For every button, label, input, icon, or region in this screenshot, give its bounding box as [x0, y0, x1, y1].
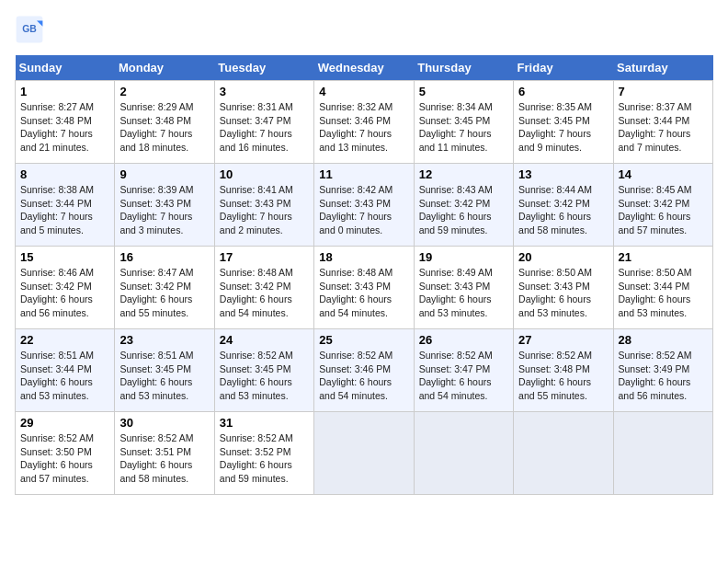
cell-sun-info: Sunrise: 8:51 AMSunset: 3:45 PMDaylight:… — [119, 349, 209, 403]
calendar-cell — [514, 412, 613, 495]
cell-sun-info: Sunrise: 8:49 AMSunset: 3:43 PMDaylight:… — [419, 266, 508, 320]
day-number: 15 — [20, 250, 109, 264]
day-number: 13 — [518, 167, 608, 181]
cell-sun-info: Sunrise: 8:46 AMSunset: 3:42 PMDaylight:… — [20, 266, 109, 320]
calendar-cell: 23Sunrise: 8:51 AMSunset: 3:45 PMDayligh… — [115, 329, 214, 412]
day-number: 6 — [518, 85, 608, 98]
day-number: 16 — [119, 250, 209, 264]
day-number: 22 — [20, 333, 109, 347]
day-number: 31 — [220, 416, 309, 430]
day-number: 28 — [619, 333, 708, 347]
calendar-cell: 6Sunrise: 8:35 AMSunset: 3:45 PMDaylight… — [514, 81, 613, 164]
cell-sun-info: Sunrise: 8:47 AMSunset: 3:42 PMDaylight:… — [119, 266, 209, 320]
calendar-cell: 10Sunrise: 8:41 AMSunset: 3:43 PMDayligh… — [214, 164, 313, 247]
calendar-week-2: 8Sunrise: 8:38 AMSunset: 3:44 PMDaylight… — [16, 164, 713, 247]
calendar-cell: 17Sunrise: 8:48 AMSunset: 3:42 PMDayligh… — [214, 247, 313, 329]
calendar-cell — [414, 412, 513, 495]
day-number: 2 — [119, 85, 209, 98]
calendar-cell: 1Sunrise: 8:27 AMSunset: 3:48 PMDaylight… — [16, 81, 115, 164]
day-header-sunday: Sunday — [16, 55, 115, 81]
day-number: 25 — [319, 333, 408, 347]
cell-sun-info: Sunrise: 8:51 AMSunset: 3:44 PMDaylight:… — [20, 349, 109, 403]
cell-sun-info: Sunrise: 8:52 AMSunset: 3:50 PMDaylight:… — [20, 431, 109, 486]
calendar-cell: 5Sunrise: 8:34 AMSunset: 3:45 PMDaylight… — [414, 81, 513, 164]
cell-sun-info: Sunrise: 8:43 AMSunset: 3:42 PMDaylight:… — [419, 183, 508, 237]
day-number: 3 — [220, 85, 309, 98]
calendar-cell: 27Sunrise: 8:52 AMSunset: 3:48 PMDayligh… — [514, 329, 613, 412]
cell-sun-info: Sunrise: 8:32 AMSunset: 3:46 PMDaylight:… — [319, 100, 408, 155]
calendar-cell: 20Sunrise: 8:50 AMSunset: 3:43 PMDayligh… — [514, 247, 613, 329]
day-number: 30 — [119, 416, 209, 430]
cell-sun-info: Sunrise: 8:39 AMSunset: 3:43 PMDaylight:… — [119, 183, 209, 237]
calendar-cell: 22Sunrise: 8:51 AMSunset: 3:44 PMDayligh… — [16, 329, 115, 412]
day-header-monday: Monday — [115, 55, 214, 81]
calendar-cell: 24Sunrise: 8:52 AMSunset: 3:45 PMDayligh… — [214, 329, 313, 412]
calendar-cell: 30Sunrise: 8:52 AMSunset: 3:51 PMDayligh… — [115, 412, 214, 495]
day-number: 19 — [419, 250, 508, 264]
cell-sun-info: Sunrise: 8:48 AMSunset: 3:42 PMDaylight:… — [220, 266, 309, 320]
calendar-header-row: SundayMondayTuesdayWednesdayThursdayFrid… — [16, 55, 713, 81]
calendar-cell: 7Sunrise: 8:37 AMSunset: 3:44 PMDaylight… — [613, 81, 712, 164]
day-number: 14 — [619, 167, 708, 181]
day-header-saturday: Saturday — [613, 55, 712, 81]
day-header-wednesday: Wednesday — [314, 55, 414, 81]
cell-sun-info: Sunrise: 8:52 AMSunset: 3:48 PMDaylight:… — [518, 349, 608, 403]
day-number: 1 — [20, 85, 109, 98]
cell-sun-info: Sunrise: 8:31 AMSunset: 3:47 PMDaylight:… — [220, 100, 309, 155]
day-number: 7 — [619, 85, 708, 98]
cell-sun-info: Sunrise: 8:45 AMSunset: 3:42 PMDaylight:… — [619, 183, 708, 237]
day-number: 5 — [419, 85, 508, 98]
day-number: 10 — [220, 167, 309, 181]
calendar-week-4: 22Sunrise: 8:51 AMSunset: 3:44 PMDayligh… — [16, 329, 713, 412]
logo-icon: GB — [15, 15, 44, 44]
day-number: 12 — [419, 167, 508, 181]
calendar-cell: 26Sunrise: 8:52 AMSunset: 3:47 PMDayligh… — [414, 329, 513, 412]
cell-sun-info: Sunrise: 8:38 AMSunset: 3:44 PMDaylight:… — [20, 183, 109, 237]
calendar-cell: 11Sunrise: 8:42 AMSunset: 3:43 PMDayligh… — [314, 164, 414, 247]
calendar-cell: 4Sunrise: 8:32 AMSunset: 3:46 PMDaylight… — [314, 81, 414, 164]
calendar-cell: 25Sunrise: 8:52 AMSunset: 3:46 PMDayligh… — [314, 329, 414, 412]
calendar-week-3: 15Sunrise: 8:46 AMSunset: 3:42 PMDayligh… — [16, 247, 713, 329]
cell-sun-info: Sunrise: 8:41 AMSunset: 3:43 PMDaylight:… — [220, 183, 309, 237]
calendar-cell: 31Sunrise: 8:52 AMSunset: 3:52 PMDayligh… — [214, 412, 313, 495]
day-header-friday: Friday — [514, 55, 613, 81]
calendar-cell — [613, 412, 712, 495]
cell-sun-info: Sunrise: 8:34 AMSunset: 3:45 PMDaylight:… — [419, 100, 508, 155]
calendar-cell: 9Sunrise: 8:39 AMSunset: 3:43 PMDaylight… — [115, 164, 214, 247]
day-number: 24 — [220, 333, 309, 347]
cell-sun-info: Sunrise: 8:27 AMSunset: 3:48 PMDaylight:… — [20, 100, 109, 155]
cell-sun-info: Sunrise: 8:50 AMSunset: 3:44 PMDaylight:… — [619, 266, 708, 320]
cell-sun-info: Sunrise: 8:44 AMSunset: 3:42 PMDaylight:… — [518, 183, 608, 237]
cell-sun-info: Sunrise: 8:48 AMSunset: 3:43 PMDaylight:… — [319, 266, 408, 320]
day-number: 27 — [518, 333, 608, 347]
day-header-tuesday: Tuesday — [214, 55, 313, 81]
calendar-cell: 18Sunrise: 8:48 AMSunset: 3:43 PMDayligh… — [314, 247, 414, 329]
logo: GB — [15, 15, 48, 44]
calendar-week-5: 29Sunrise: 8:52 AMSunset: 3:50 PMDayligh… — [16, 412, 713, 495]
day-number: 21 — [619, 250, 708, 264]
day-number: 11 — [319, 167, 408, 181]
day-number: 9 — [119, 167, 209, 181]
calendar-cell: 2Sunrise: 8:29 AMSunset: 3:48 PMDaylight… — [115, 81, 214, 164]
calendar-cell: 14Sunrise: 8:45 AMSunset: 3:42 PMDayligh… — [613, 164, 712, 247]
calendar-cell: 28Sunrise: 8:52 AMSunset: 3:49 PMDayligh… — [613, 329, 712, 412]
day-number: 26 — [419, 333, 508, 347]
cell-sun-info: Sunrise: 8:52 AMSunset: 3:52 PMDaylight:… — [220, 431, 309, 486]
calendar-cell: 13Sunrise: 8:44 AMSunset: 3:42 PMDayligh… — [514, 164, 613, 247]
calendar-cell: 21Sunrise: 8:50 AMSunset: 3:44 PMDayligh… — [613, 247, 712, 329]
svg-text:GB: GB — [22, 24, 37, 34]
cell-sun-info: Sunrise: 8:42 AMSunset: 3:43 PMDaylight:… — [319, 183, 408, 237]
cell-sun-info: Sunrise: 8:52 AMSunset: 3:45 PMDaylight:… — [220, 349, 309, 403]
day-number: 17 — [220, 250, 309, 264]
calendar-cell: 29Sunrise: 8:52 AMSunset: 3:50 PMDayligh… — [16, 412, 115, 495]
day-header-thursday: Thursday — [414, 55, 513, 81]
calendar-cell: 3Sunrise: 8:31 AMSunset: 3:47 PMDaylight… — [214, 81, 313, 164]
cell-sun-info: Sunrise: 8:37 AMSunset: 3:44 PMDaylight:… — [619, 100, 708, 155]
day-number: 4 — [319, 85, 408, 98]
calendar-week-1: 1Sunrise: 8:27 AMSunset: 3:48 PMDaylight… — [16, 81, 713, 164]
calendar-table: SundayMondayTuesdayWednesdayThursdayFrid… — [15, 55, 713, 495]
calendar-cell — [314, 412, 414, 495]
calendar-cell: 12Sunrise: 8:43 AMSunset: 3:42 PMDayligh… — [414, 164, 513, 247]
day-number: 8 — [20, 167, 109, 181]
calendar-cell: 19Sunrise: 8:49 AMSunset: 3:43 PMDayligh… — [414, 247, 513, 329]
